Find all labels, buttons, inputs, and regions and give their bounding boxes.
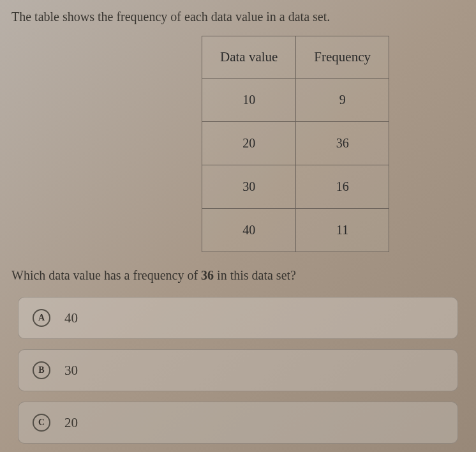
option-value: 40 xyxy=(64,310,78,326)
cell-freq: 11 xyxy=(296,209,389,252)
cell-freq: 16 xyxy=(296,165,389,209)
option-value: 20 xyxy=(64,415,78,431)
option-a[interactable]: A 40 xyxy=(18,297,458,339)
prompt-text: The table shows the frequency of each da… xyxy=(6,10,470,24)
question-prefix: Which data value has a frequency of xyxy=(11,268,201,282)
question-text: Which data value has a frequency of 36 i… xyxy=(6,268,470,283)
question-bold-value: 36 xyxy=(201,268,214,282)
option-letter-badge: B xyxy=(33,361,50,379)
table-row: 20 36 xyxy=(202,122,389,165)
table-row: 40 11 xyxy=(202,209,389,252)
option-b[interactable]: B 30 xyxy=(18,349,458,391)
frequency-table: Data value Frequency 10 9 20 36 30 16 40… xyxy=(202,36,389,252)
option-c[interactable]: C 20 xyxy=(18,402,458,444)
option-letter-badge: A xyxy=(33,309,50,327)
cell-freq: 36 xyxy=(296,122,389,165)
question-suffix: in this data set? xyxy=(214,268,296,282)
table-header-row: Data value Frequency xyxy=(202,36,389,79)
option-value: 30 xyxy=(64,363,78,379)
option-letter-badge: C xyxy=(33,414,50,432)
header-data-value: Data value xyxy=(202,36,295,79)
cell-value: 20 xyxy=(202,122,295,165)
cell-value: 40 xyxy=(202,209,295,252)
cell-freq: 9 xyxy=(296,79,389,122)
cell-value: 10 xyxy=(202,79,295,122)
cell-value: 30 xyxy=(202,165,295,209)
answer-options: A 40 B 30 C 20 xyxy=(6,297,470,444)
table-row: 10 9 xyxy=(202,79,389,122)
table-row: 30 16 xyxy=(202,165,389,209)
frequency-table-wrap: Data value Frequency 10 9 20 36 30 16 40… xyxy=(6,36,470,252)
header-frequency: Frequency xyxy=(296,36,389,79)
